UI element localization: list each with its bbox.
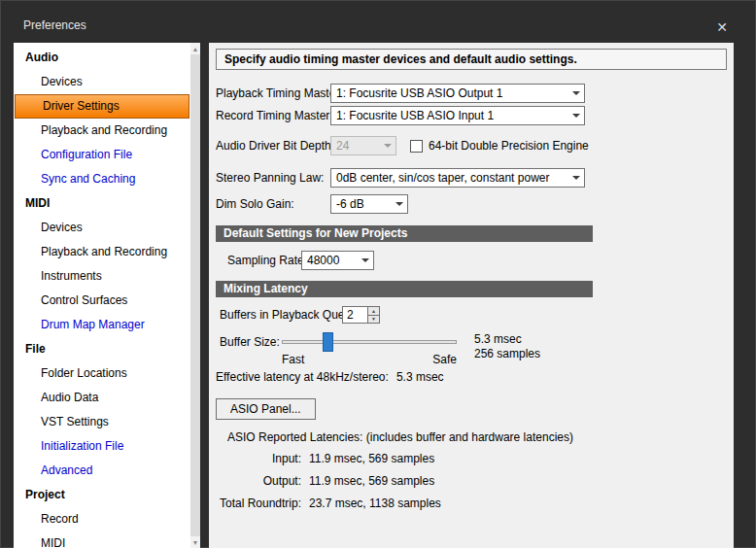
window-title: Preferences <box>23 18 86 32</box>
sampling-rate-combobox[interactable]: 48000 <box>301 251 374 270</box>
buffers-spinbox[interactable]: 2 ▲ ▼ <box>342 306 380 324</box>
sampling-rate-label: Sampling Rate: <box>227 254 301 267</box>
buffer-size-slider-thumb[interactable] <box>323 332 333 352</box>
buffer-size-slider[interactable] <box>282 332 457 352</box>
latency-label: Total Roundtrip: <box>216 497 301 511</box>
sidebar: AudioDevicesDriver SettingsPlayback and … <box>14 43 200 548</box>
double-precision-group: 64-bit Double Precision Engine <box>410 139 589 153</box>
sidebar-item-playback-and-recording[interactable]: Playback and Recording <box>14 119 190 143</box>
preferences-window: Preferences ✕ AudioDevicesDriver Setting… <box>0 0 756 548</box>
chevron-down-icon[interactable] <box>568 107 584 124</box>
sidebar-section-audio[interactable]: Audio <box>14 46 190 70</box>
latency-label: Input: <box>216 452 301 466</box>
sidebar-item-drum-map-manager[interactable]: Drum Map Manager <box>14 313 190 337</box>
dim-solo-gain-label: Dim Solo Gain: <box>216 197 330 211</box>
asio-latencies-heading: ASIO Reported Latencies: (includes buffe… <box>216 429 727 445</box>
latency-row-input-: Input:11.9 msec, 569 samples <box>216 452 727 466</box>
double-precision-checkbox[interactable] <box>410 140 423 153</box>
section-header-mixing-latency: Mixing Latency <box>216 281 593 297</box>
sidebar-item-sync-and-caching[interactable]: Sync and Caching <box>14 167 190 191</box>
sidebar-item-audio-data[interactable]: Audio Data <box>14 386 190 410</box>
sidebar-item-devices[interactable]: Devices <box>14 70 190 94</box>
slider-max-label: Safe <box>432 352 457 367</box>
sampling-rate-row: Sampling Rate: 48000 <box>216 251 727 270</box>
panning-law-combobox[interactable]: 0dB center, sin/cos taper, constant powe… <box>330 168 585 188</box>
playback-timing-master-label: Playback Timing Master: <box>216 86 330 100</box>
buffer-size-label: Buffer Size: <box>220 332 282 349</box>
main-panel: Specify audio timing master devices and … <box>209 43 734 548</box>
dim-solo-gain-combobox[interactable]: -6 dB <box>330 194 408 214</box>
latency-value: 11.9 msec, 569 samples <box>309 474 434 489</box>
content-area: AudioDevicesDriver SettingsPlayback and … <box>14 43 756 548</box>
sidebar-item-devices[interactable]: Devices <box>14 216 190 240</box>
chevron-down-icon[interactable] <box>358 252 373 269</box>
titlebar: Preferences ✕ <box>0 0 756 43</box>
playback-timing-master-row: Playback Timing Master: 1: Focusrite USB… <box>216 84 727 103</box>
panning-law-label: Stereo Panning Law: <box>216 171 330 185</box>
effective-latency-label: Effective latency at 48kHz/stereo: <box>216 370 389 384</box>
scroll-up-icon[interactable]: ▲ <box>190 43 200 54</box>
sidebar-item-folder-locations[interactable]: Folder Locations <box>14 361 190 386</box>
scrollbar-thumb[interactable] <box>190 54 200 536</box>
sidebar-item-initialization-file[interactable]: Initialization File <box>14 434 190 459</box>
sidebar-item-advanced[interactable]: Advanced <box>14 459 190 483</box>
chevron-down-icon <box>380 137 395 154</box>
latency-value: 11.9 msec, 569 samples <box>309 452 434 466</box>
sidebar-section-project[interactable]: Project <box>14 483 190 507</box>
sidebar-item-playback-and-recording[interactable]: Playback and Recording <box>14 240 190 264</box>
bit-depth-row: Audio Driver Bit Depth: 24 64-bit Double… <box>216 136 727 155</box>
latency-row-output-: Output:11.9 msec, 569 samples <box>216 474 727 489</box>
effective-latency-value: 5.3 msec <box>396 370 444 384</box>
close-button[interactable]: ✕ <box>712 17 732 37</box>
sidebar-section-file[interactable]: File <box>14 337 190 361</box>
buffer-size-row: Buffer Size: Fast Safe 5.3 msec 256 samp… <box>216 332 727 369</box>
sidebar-item-record[interactable]: Record <box>14 507 190 531</box>
scroll-down-icon[interactable]: ▼ <box>190 536 200 548</box>
sidebar-tree: AudioDevicesDriver SettingsPlayback and … <box>14 43 190 548</box>
record-timing-master-combobox[interactable]: 1: Focusrite USB ASIO Input 1 <box>330 106 585 125</box>
panning-law-row: Stereo Panning Law: 0dB center, sin/cos … <box>216 168 727 188</box>
latency-value: 23.7 msec, 1138 samples <box>309 497 441 511</box>
section-header-new-projects: Default Settings for New Projects <box>216 225 593 242</box>
slider-min-label: Fast <box>282 352 304 367</box>
asio-latencies-list: Input:11.9 msec, 569 samplesOutput:11.9 … <box>216 452 727 511</box>
chevron-down-icon[interactable] <box>568 169 584 187</box>
sidebar-item-driver-settings[interactable]: Driver Settings <box>15 94 189 119</box>
chevron-down-icon[interactable] <box>568 85 584 102</box>
spin-down-icon[interactable]: ▼ <box>367 315 380 325</box>
close-icon: ✕ <box>716 19 728 35</box>
latency-row-total-roundtrip-: Total Roundtrip:23.7 msec, 1138 samples <box>216 497 727 511</box>
effective-latency-row: Effective latency at 48kHz/stereo: 5.3 m… <box>216 369 727 385</box>
buffers-queue-row: Buffers in Playback Queue: 2 ▲ ▼ <box>216 306 727 324</box>
spin-up-icon[interactable]: ▲ <box>367 306 380 315</box>
buffer-size-samples-value: 256 samples <box>474 347 540 361</box>
page-description: Specify audio timing master devices and … <box>216 49 727 70</box>
sidebar-scrollbar[interactable]: ▲ ▼ <box>190 43 200 548</box>
bit-depth-combobox: 24 <box>330 136 396 155</box>
sidebar-item-instruments[interactable]: Instruments <box>14 264 190 289</box>
asio-panel-button[interactable]: ASIO Panel... <box>216 398 316 420</box>
playback-timing-master-combobox[interactable]: 1: Focusrite USB ASIO Output 1 <box>330 84 585 103</box>
sidebar-item-configuration-file[interactable]: Configuration File <box>14 143 190 167</box>
bit-depth-label: Audio Driver Bit Depth: <box>216 139 330 153</box>
record-timing-master-row: Record Timing Master: 1: Focusrite USB A… <box>216 106 727 125</box>
record-timing-master-label: Record Timing Master: <box>216 109 330 122</box>
sidebar-item-control-surfaces[interactable]: Control Surfaces <box>14 289 190 313</box>
double-precision-label: 64-bit Double Precision Engine <box>429 139 589 153</box>
buffers-queue-label: Buffers in Playback Queue: <box>220 308 342 322</box>
dim-solo-gain-row: Dim Solo Gain: -6 dB <box>216 194 727 214</box>
sidebar-item-vst-settings[interactable]: VST Settings <box>14 410 190 434</box>
sidebar-section-midi[interactable]: MIDI <box>14 191 190 216</box>
slider-track[interactable] <box>282 340 457 344</box>
chevron-down-icon[interactable] <box>392 195 407 213</box>
buffers-value[interactable]: 2 <box>342 306 367 324</box>
latency-label: Output: <box>216 474 301 489</box>
sidebar-item-midi[interactable]: MIDI <box>14 531 190 548</box>
buffer-size-msec-value: 5.3 msec <box>474 332 540 347</box>
